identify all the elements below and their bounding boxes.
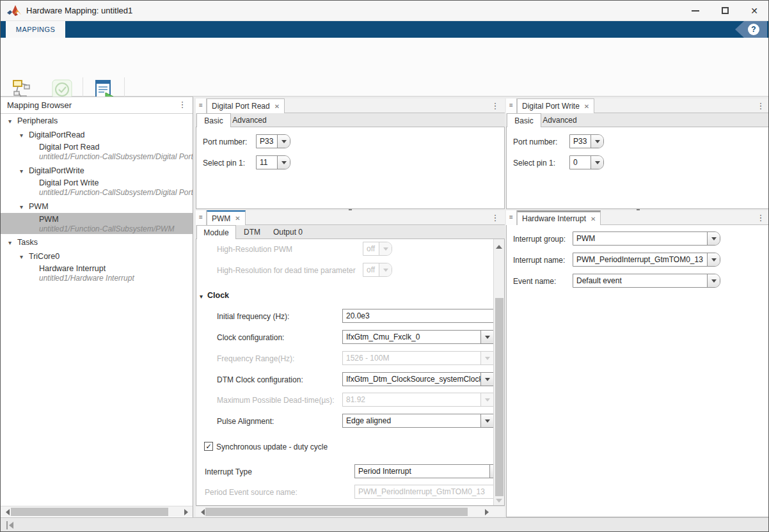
tree-item-digitalportwrite[interactable]: ▾DigitalPortWrite: [1, 166, 193, 175]
tab-digital-port-write[interactable]: Digital Port Write ✕: [517, 98, 594, 113]
event-name-dropdown[interactable]: Default event: [573, 274, 720, 288]
tree-item-digitalportread[interactable]: ▾DigitalPortRead: [1, 130, 193, 139]
interrupt-name-dropdown[interactable]: PWM_PeriodInterrupt_GtmTOM0_13: [573, 253, 720, 267]
dropdown-arrow-icon[interactable]: [591, 156, 603, 169]
tab-mappings[interactable]: MAPPINGS: [6, 21, 65, 38]
tree-item-peripherals[interactable]: ▾Peripherals: [1, 116, 193, 125]
hires-pwm-dropdown: off: [363, 242, 392, 256]
dropdown-arrow-icon: [480, 393, 493, 406]
tab-close-icon[interactable]: ✕: [235, 215, 240, 222]
kebab-menu-icon[interactable]: ⋮: [490, 98, 500, 113]
maximize-button[interactable]: [715, 1, 734, 20]
matlab-logo-icon: [7, 4, 21, 17]
scroll-left-icon[interactable]: [198, 509, 205, 515]
scroll-right-icon[interactable]: [485, 509, 492, 515]
select-pin-label: Select pin 1:: [513, 159, 555, 168]
tab-basic[interactable]: Basic: [507, 113, 541, 128]
tree-item-hardware-interrupt[interactable]: Hardware Interrupt untitled1/Hardware In…: [1, 264, 193, 284]
kebab-menu-icon[interactable]: ⋮: [490, 210, 500, 225]
interrupt-type-dropdown[interactable]: Period Interrupt: [354, 464, 494, 478]
dropdown-arrow-icon[interactable]: [707, 253, 720, 266]
port-number-dropdown[interactable]: P33: [569, 134, 604, 148]
dropdown-arrow-icon[interactable]: [277, 135, 290, 148]
tree-item-digital-port-write[interactable]: Digital Port Write untitled1/Function-Ca…: [1, 178, 193, 198]
tree-item-tasks[interactable]: ▾Tasks: [1, 238, 193, 247]
minimize-button[interactable]: [686, 1, 705, 20]
scroll-thumb[interactable]: [11, 508, 168, 516]
help-icon[interactable]: ?: [748, 24, 759, 35]
tab-advanced[interactable]: Advanced: [232, 113, 267, 127]
chevron-down-icon[interactable]: ▾: [20, 132, 29, 139]
scroll-down-icon[interactable]: [496, 499, 502, 506]
document-bar-icon[interactable]: ≡: [506, 98, 517, 113]
close-button[interactable]: ✕: [745, 1, 764, 20]
chevron-down-icon[interactable]: ▾: [8, 118, 17, 125]
select-pin-dropdown[interactable]: 11: [256, 155, 290, 169]
collapse-panel-icon[interactable]: [6, 521, 15, 529]
mapping-browser-panel: Mapping Browser ⋮ ▾Peripherals ▾DigitalP…: [1, 97, 193, 517]
document-bar-icon[interactable]: ≡: [196, 98, 207, 113]
chevron-down-icon[interactable]: ▾: [20, 168, 29, 175]
dtm-clock-configuration-dropdown[interactable]: IfxGtm_Dtm_ClockSource_systemClock: [342, 372, 494, 386]
tab-advanced[interactable]: Advanced: [542, 113, 578, 127]
scroll-thumb[interactable]: [205, 508, 468, 516]
port-number-dropdown[interactable]: P33: [256, 134, 290, 148]
document-bar-icon[interactable]: ≡: [196, 210, 207, 225]
clock-configuration-dropdown[interactable]: IfxGtm_Cmu_Fxclk_0: [342, 330, 494, 344]
scroll-left-icon[interactable]: [3, 509, 10, 515]
event-name-label: Event name:: [513, 277, 556, 286]
initial-frequency-input[interactable]: 20.0e3: [342, 309, 494, 323]
sync-update-checkbox[interactable]: ✓: [204, 442, 213, 451]
tab-output0[interactable]: Output 0: [268, 225, 308, 239]
dropdown-arrow-icon[interactable]: [707, 232, 720, 245]
digital-port-read-tabbar: ≡ Digital Port Read ✕ ⋮: [196, 98, 505, 113]
dtm-clock-configuration-label: DTM Clock configuration:: [217, 375, 303, 384]
scroll-right-icon[interactable]: [184, 509, 191, 515]
chevron-down-icon[interactable]: ▾: [20, 203, 29, 210]
mapping-browser-hscrollbar[interactable]: [1, 506, 193, 517]
pulse-alignment-dropdown[interactable]: Edge aligned: [342, 414, 494, 428]
tab-module[interactable]: Module: [196, 225, 236, 240]
dropdown-arrow-icon: [379, 263, 392, 276]
chevron-down-icon[interactable]: ▾: [8, 239, 17, 246]
kebab-menu-icon[interactable]: ⋮: [756, 210, 766, 225]
port-number-value: P33: [257, 135, 277, 148]
tab-basic[interactable]: Basic: [196, 113, 231, 128]
interrupt-group-dropdown[interactable]: PWM: [573, 231, 720, 246]
tab-dtm[interactable]: DTM: [237, 225, 267, 239]
chevron-down-icon[interactable]: ▾: [20, 253, 29, 260]
tab-pwm[interactable]: PWM ✕: [207, 210, 246, 225]
tree-item-pwm-selected[interactable]: PWM untitled1/Function-CallSubsystem/PWM: [1, 213, 193, 234]
dropdown-arrow-icon[interactable]: [707, 274, 720, 287]
kebab-menu-icon[interactable]: ⋮: [177, 97, 187, 112]
pwm-vscrollbar[interactable]: [493, 239, 504, 506]
tab-hardware-interrupt[interactable]: Hardware Interrupt ✕: [517, 210, 601, 225]
document-bar-icon[interactable]: ≡: [506, 210, 517, 225]
chevron-down-icon[interactable]: ▾: [200, 293, 203, 300]
dropdown-arrow-icon[interactable]: [591, 135, 603, 148]
select-pin-value: 0: [570, 156, 591, 169]
tree-item-pwm-group[interactable]: ▾PWM: [1, 202, 193, 211]
interrupt-name-label: Interrupt name:: [513, 256, 565, 265]
tab-close-icon[interactable]: ✕: [584, 103, 589, 110]
scroll-thumb[interactable]: [495, 298, 503, 496]
kebab-menu-icon[interactable]: ⋮: [756, 98, 766, 113]
max-deadtime-label: Maximum Possible Dead-time(µs):: [217, 396, 335, 405]
tab-close-icon[interactable]: ✕: [591, 215, 596, 223]
interrupt-type-label: Interrupt Type: [205, 467, 252, 476]
tab-digital-port-read[interactable]: Digital Port Read ✕: [207, 98, 285, 113]
initial-frequency-label: Initial frequency (Hz):: [217, 312, 289, 321]
pwm-hscrollbar[interactable]: [196, 506, 505, 517]
scroll-up-icon[interactable]: [496, 242, 502, 249]
dropdown-arrow-icon[interactable]: [480, 414, 493, 427]
tab-close-icon[interactable]: ✕: [274, 103, 280, 110]
dropdown-arrow-icon[interactable]: [480, 373, 493, 386]
hardware-interrupt-tabbar: ≡ Hardware Interrupt ✕ ⋮: [506, 210, 769, 225]
clock-section-header[interactable]: Clock: [207, 291, 229, 300]
tree-item-digital-port-read[interactable]: Digital Port Read untitled1/Function-Cal…: [1, 143, 193, 162]
tree-item-tricore0[interactable]: ▾TriCore0: [1, 252, 193, 261]
select-pin-dropdown[interactable]: 0: [569, 155, 604, 169]
mapping-browser-title: Mapping Browser: [7, 97, 72, 114]
dropdown-arrow-icon[interactable]: [480, 331, 493, 343]
dropdown-arrow-icon[interactable]: [277, 156, 290, 169]
